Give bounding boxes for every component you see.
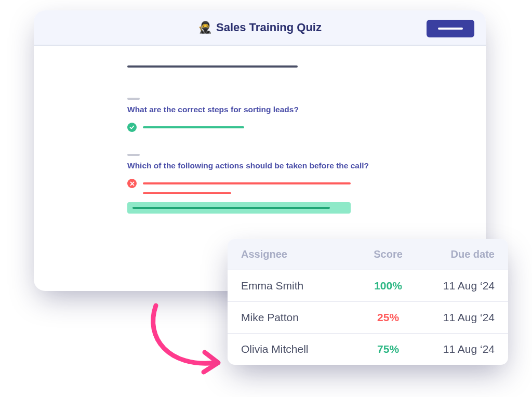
col-header-assignee: Assignee bbox=[241, 248, 358, 260]
answer-correct bbox=[127, 123, 453, 132]
score-value: 75% bbox=[358, 343, 419, 355]
answer-text-placeholder bbox=[143, 126, 244, 128]
question-block-1: What are the correct steps for sorting l… bbox=[127, 98, 453, 132]
quiz-body: What are the correct steps for sorting l… bbox=[34, 46, 486, 214]
score-value: 100% bbox=[358, 280, 419, 292]
results-row[interactable]: Olivia Mitchell75%11 Aug ‘24 bbox=[228, 333, 508, 365]
due-date: 11 Aug ‘24 bbox=[419, 311, 495, 324]
score-value: 25% bbox=[358, 311, 419, 324]
answer-wrong bbox=[127, 179, 453, 188]
due-date: 11 Aug ‘24 bbox=[419, 343, 495, 355]
results-body: Emma Smith100%11 Aug ‘24Mike Patton25%11… bbox=[228, 270, 508, 365]
assignee-name: Mike Patton bbox=[241, 311, 358, 324]
question-number-stub bbox=[127, 98, 140, 100]
quiz-header: 🥷 Sales Training Quiz bbox=[34, 10, 486, 46]
quiz-description-placeholder bbox=[127, 65, 298, 68]
quiz-title: Sales Training Quiz bbox=[216, 21, 322, 34]
col-header-score: Score bbox=[358, 248, 419, 260]
assignee-name: Olivia Mitchell bbox=[241, 343, 358, 355]
question-number-stub bbox=[127, 154, 140, 156]
answer-text-placeholder bbox=[143, 182, 351, 184]
primary-action-button[interactable] bbox=[427, 20, 474, 37]
results-row[interactable]: Mike Patton25%11 Aug ‘24 bbox=[228, 301, 508, 333]
check-icon bbox=[127, 123, 137, 132]
question-text: What are the correct steps for sorting l… bbox=[127, 105, 453, 114]
results-card: Assignee Score Due date Emma Smith100%11… bbox=[228, 239, 508, 365]
arrow-icon bbox=[140, 301, 234, 385]
col-header-due: Due date bbox=[419, 248, 495, 260]
question-text: Which of the following actions should be… bbox=[127, 161, 453, 170]
due-date: 11 Aug ‘24 bbox=[419, 280, 495, 292]
results-header-row: Assignee Score Due date bbox=[228, 239, 508, 270]
results-row[interactable]: Emma Smith100%11 Aug ‘24 bbox=[228, 270, 508, 301]
correct-answer-highlight bbox=[127, 202, 351, 214]
x-icon bbox=[127, 179, 137, 188]
assignee-name: Emma Smith bbox=[241, 280, 358, 292]
ninja-icon: 🥷 bbox=[198, 22, 212, 33]
answer-text-placeholder bbox=[143, 192, 231, 194]
button-label-placeholder bbox=[438, 28, 463, 30]
question-block-2: Which of the following actions should be… bbox=[127, 154, 453, 214]
quiz-title-wrap: 🥷 Sales Training Quiz bbox=[198, 21, 322, 34]
answer-text-placeholder bbox=[132, 207, 330, 209]
